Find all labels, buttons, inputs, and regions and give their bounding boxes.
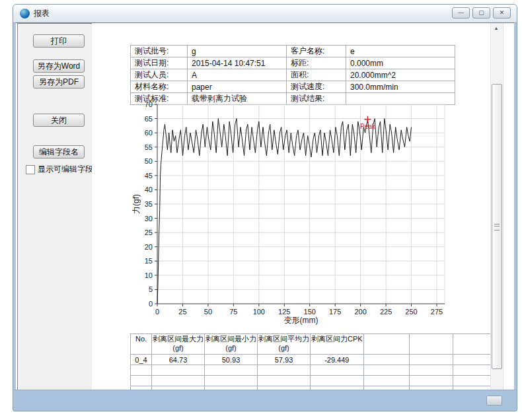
close-icon: ✕ — [500, 10, 505, 16]
close-button[interactable]: ✕ — [493, 7, 511, 18]
info-label: 测试批号: — [131, 46, 188, 57]
test-info-table: 测试批号:g客户名称:e测试日期:2015-04-14 10:47:51标距:0… — [130, 45, 455, 105]
y-tick-label: 55 — [145, 143, 153, 151]
info-value: g — [188, 46, 287, 57]
y-tick-label: 5 — [149, 285, 153, 293]
x-tick-label: 50 — [204, 308, 212, 316]
x-tick-label: 150 — [304, 308, 316, 316]
y-tick-label: 0 — [149, 300, 153, 308]
info-row: 测试批号:g客户名称:e — [131, 46, 455, 57]
results-header-cell — [363, 334, 409, 355]
y-tick-label: 40 — [145, 186, 153, 193]
x-tick-label: 100 — [253, 308, 265, 316]
y-tick-label: 60 — [145, 129, 153, 137]
results-header-row: No.剥离区间最大力(gf)剥离区间最小力(gf)剥离区间平均力(gf)剥离区间… — [131, 334, 496, 355]
results-cell — [409, 365, 453, 376]
info-label: 测试速度: — [287, 81, 346, 93]
close-report-button[interactable]: 关闭 — [33, 114, 85, 127]
vertical-scrollbar[interactable]: ▲ — [490, 23, 503, 390]
results-cell — [453, 355, 496, 365]
peel-results-table: No.剥离区间最大力(gf)剥离区间最小力(gf)剥离区间平均力(gf)剥离区间… — [130, 333, 496, 391]
window-content: 打印 另存为Word 另存为PDF 关闭 编辑字段名 显示可编辑字段名 测试批号… — [16, 22, 514, 391]
show-editable-fields-checkbox[interactable] — [26, 165, 35, 174]
info-value: A — [188, 69, 287, 81]
info-value: 2015-04-14 10:47:51 — [188, 57, 287, 69]
results-header-cell — [409, 334, 453, 355]
x-tick-label: 75 — [229, 308, 237, 316]
x-tick-label: 175 — [329, 308, 341, 316]
peak-marker-label: Peak — [360, 123, 376, 130]
info-row: 测试日期:2015-04-14 10:47:51标距:0.000mm — [131, 57, 455, 69]
y-tick-label: 10 — [145, 271, 153, 279]
info-label: 材料名称: — [131, 81, 188, 93]
info-label: 面积: — [287, 69, 346, 81]
window-title: 报表 — [34, 8, 50, 19]
sidebar: 打印 另存为Word 另存为PDF 关闭 编辑字段名 显示可编辑字段名 — [17, 23, 93, 391]
results-cell: 64.73 — [152, 355, 205, 365]
y-tick-label: 35 — [145, 200, 153, 208]
window-controls: — ▢ ✕ — [452, 7, 511, 18]
results-cell — [311, 376, 364, 386]
y-tick-label: 20 — [145, 243, 153, 251]
x-tick-label: 275 — [431, 308, 443, 316]
minimize-icon: — — [458, 10, 464, 16]
results-header-cell: 剥离区间最大力(gf) — [152, 334, 205, 355]
titlebar[interactable]: 报表 — ▢ ✕ — [13, 5, 517, 23]
save-as-pdf-button[interactable]: 另存为PDF — [33, 75, 85, 88]
force-displacement-chart: 0255075100125150175200225250275051015202… — [130, 100, 457, 327]
results-cell — [152, 365, 205, 376]
info-label: 测试日期: — [131, 57, 188, 69]
y-axis-title: 力(gf) — [131, 194, 141, 214]
results-cell — [363, 355, 409, 365]
edit-fields-button[interactable]: 编辑字段名 — [33, 145, 85, 158]
results-empty-row — [131, 365, 496, 376]
x-axis-title: 变形(mm) — [284, 316, 318, 325]
x-tick-label: 125 — [278, 308, 290, 316]
save-as-word-button[interactable]: 另存为Word — [33, 59, 85, 73]
results-cell — [205, 376, 258, 386]
results-cell — [409, 376, 453, 386]
y-tick-label: 50 — [145, 157, 153, 165]
results-header-cell: 剥离区间最小力(gf) — [205, 334, 258, 355]
results-cell — [363, 365, 409, 376]
minimize-button[interactable]: — — [452, 7, 470, 18]
x-tick-label: 200 — [354, 308, 366, 316]
results-cell — [453, 365, 496, 376]
results-header-cell: 剥离区间平均力(gf) — [258, 334, 311, 355]
x-tick-label: 0 — [155, 308, 159, 316]
results-cell — [258, 365, 311, 376]
results-cell — [258, 376, 311, 386]
scroll-up-icon[interactable]: ▲ — [492, 24, 501, 32]
scrollbar-grip-icon — [494, 224, 500, 230]
resize-grip[interactable] — [486, 396, 502, 405]
status-bar — [14, 390, 516, 410]
x-tick-label: 250 — [405, 308, 417, 316]
info-row: 材料名称:paper测试速度:300.0mm/min — [131, 81, 455, 93]
info-value: e — [346, 46, 455, 57]
scrollbar-thumb[interactable] — [492, 84, 502, 369]
maximize-button[interactable]: ▢ — [472, 7, 490, 18]
results-empty-row — [131, 376, 496, 386]
print-button[interactable]: 打印 — [33, 34, 85, 48]
results-header-cell: 剥离区间力CPK — [311, 334, 364, 355]
y-tick-label: 30 — [145, 215, 153, 223]
results-cell: 0_4 — [131, 355, 152, 365]
y-tick-label: 70 — [145, 100, 153, 108]
info-row: 测试人员:A面积:20.000mm^2 — [131, 69, 455, 81]
results-header-cell — [453, 334, 496, 355]
x-tick-label: 25 — [178, 308, 186, 316]
x-tick-label: 225 — [380, 308, 392, 316]
maximize-icon: ▢ — [478, 10, 484, 16]
y-tick-label: 25 — [145, 228, 153, 236]
app-icon — [20, 9, 30, 18]
results-cell — [205, 365, 258, 376]
results-cell — [453, 376, 496, 386]
info-label: 标距: — [287, 57, 346, 69]
info-value: 300.0mm/min — [346, 81, 455, 93]
report-viewer: 测试批号:g客户名称:e测试日期:2015-04-14 10:47:51标距:0… — [92, 23, 514, 391]
info-label: 客户名称: — [287, 46, 346, 57]
results-cell — [409, 355, 453, 365]
y-tick-label: 65 — [145, 115, 153, 123]
results-header-cell: No. — [131, 334, 152, 355]
results-cell — [363, 376, 409, 386]
